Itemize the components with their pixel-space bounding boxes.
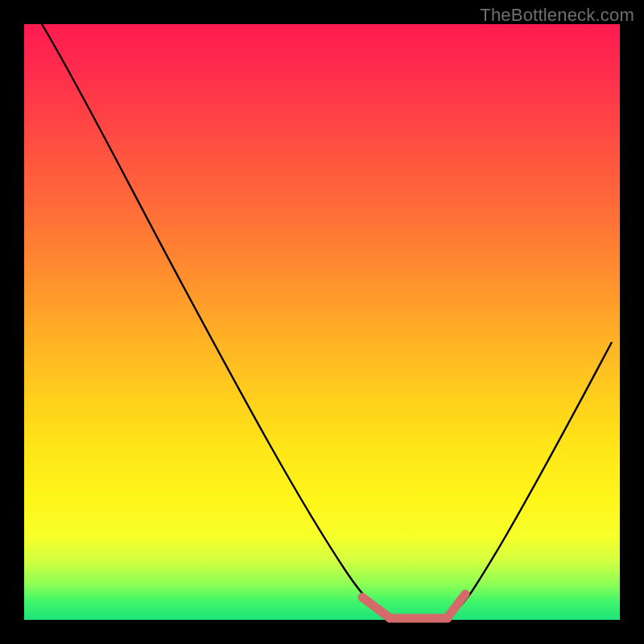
plot-area [24, 24, 620, 620]
curve-svg [24, 24, 620, 620]
left-marker [362, 597, 388, 617]
bottleneck-curve [42, 24, 612, 619]
watermark-text: TheBottleneck.com [480, 5, 634, 26]
chart-frame: TheBottleneck.com [0, 0, 644, 644]
